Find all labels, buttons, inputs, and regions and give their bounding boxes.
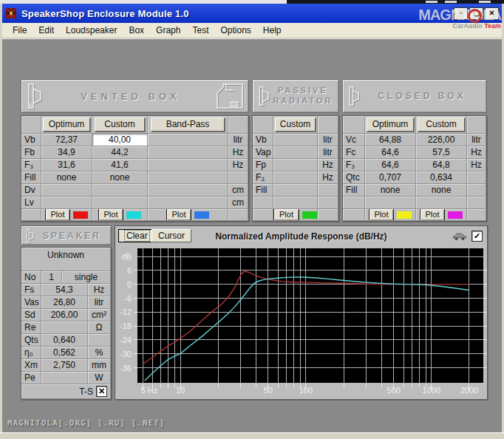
close-button[interactable]: ✕ xyxy=(485,7,499,20)
row-label: F₃ xyxy=(21,159,41,171)
speaker-no-mode[interactable]: single xyxy=(62,271,110,283)
vented-custom-button[interactable]: Custom xyxy=(95,118,146,132)
menu-item-file[interactable]: File xyxy=(7,24,33,37)
minimize-button[interactable]: – xyxy=(454,7,468,20)
menu-item-help[interactable]: Help xyxy=(257,24,287,37)
row-unit: litr xyxy=(318,134,338,146)
vented-custom-vb-input[interactable]: 40,00 xyxy=(92,134,148,146)
status-bar-text: MAGNITOLA[.ORG] [.RU] [.NET] xyxy=(7,418,165,428)
svg-text:-36: -36 xyxy=(120,364,132,372)
closed-custom-fill[interactable]: none xyxy=(416,184,467,197)
passive-custom-fp[interactable] xyxy=(273,159,318,171)
speaker-qts-value: 0,640 xyxy=(41,334,88,347)
vented-bandpass-lv xyxy=(148,197,228,209)
row-unit: cm xyxy=(228,184,248,197)
closed-custom-vc[interactable]: 226,00 xyxy=(416,134,467,146)
closed-custom-fc[interactable]: 57,5 xyxy=(416,146,467,159)
window-title: SpeakerShop Enclosure Module 1.0 xyxy=(21,8,189,19)
vented-optimum-fb: 34,9 xyxy=(41,146,92,159)
closed-custom-qtc[interactable]: 0,634 xyxy=(416,171,467,184)
menu-item-graph[interactable]: Graph xyxy=(150,24,186,37)
passive-plot-button[interactable]: Plot xyxy=(273,209,299,221)
graph-overlay-checkbox[interactable]: ✓ xyxy=(471,231,483,242)
row-unit: litr xyxy=(88,296,111,309)
response-chart: 5 Hz10501005001000200060-6-12-18-24-30-3… xyxy=(115,247,487,398)
menu-item-box[interactable]: Box xyxy=(123,24,150,37)
passive-custom-vap[interactable] xyxy=(273,146,318,159)
ts-checkbox[interactable]: ✕ xyxy=(96,386,107,397)
svg-text:2000: 2000 xyxy=(460,386,478,395)
closed-optimum-vc: 64,88 xyxy=(365,134,416,146)
vented-bandpass-button[interactable]: Band-Pass xyxy=(151,118,224,132)
vented-custom-lv[interactable] xyxy=(92,197,148,209)
row-label: Fill xyxy=(343,184,365,197)
speaker-sd-value: 206,00 xyxy=(41,309,88,321)
menu-item-options[interactable]: Options xyxy=(214,24,256,37)
vented-box-icon xyxy=(216,83,244,109)
closed-custom-button[interactable]: Custom xyxy=(418,118,464,132)
menu-item-edit[interactable]: Edit xyxy=(33,24,60,37)
car-icon[interactable] xyxy=(452,232,468,241)
vented-optimum-plot-button[interactable]: Plot xyxy=(45,209,71,221)
closed-optimum-button[interactable]: Optimum xyxy=(367,118,413,132)
row-label: No xyxy=(21,271,41,284)
speaker-re-value xyxy=(41,321,88,334)
svg-text:1000: 1000 xyxy=(423,386,440,395)
maximize-button[interactable]: ▢ xyxy=(469,7,483,20)
closed-optimum-plot-button[interactable]: Plot xyxy=(369,209,395,221)
closed-custom-plot-button[interactable]: Plot xyxy=(420,209,446,221)
speaker-pe-value xyxy=(41,372,88,384)
row-label: Fill xyxy=(21,171,41,184)
svg-text:-6: -6 xyxy=(124,294,132,303)
menu-item-loudspeaker[interactable]: Loudspeaker xyxy=(60,24,123,37)
passive-custom-f3[interactable] xyxy=(273,171,318,184)
row-unit: Hz xyxy=(467,146,486,159)
closed-custom-f3[interactable]: 64,8 xyxy=(416,159,467,171)
plot-color-swatch-blue xyxy=(194,211,209,219)
passive-custom-vb[interactable] xyxy=(273,134,318,146)
vented-custom-f3[interactable]: 41,6 xyxy=(92,159,148,171)
vented-optimum-button[interactable]: Optimum xyxy=(43,118,89,132)
svg-text:-30: -30 xyxy=(120,350,132,358)
row-label: Vb xyxy=(253,134,273,146)
passive-custom-button[interactable]: Custom xyxy=(275,118,316,132)
background-window-fragment xyxy=(445,1,457,3)
vented-bandpass-vb xyxy=(148,134,228,146)
speaker-eta0-value: 0,562 xyxy=(41,347,88,359)
row-label: Qts xyxy=(21,334,41,347)
passive-radiator-banner: PASSIVE RADIATOR xyxy=(252,79,339,113)
row-unit: Hz xyxy=(467,159,486,171)
menu-item-test[interactable]: Test xyxy=(186,24,214,37)
svg-text:-18: -18 xyxy=(120,321,132,330)
vented-custom-fill[interactable]: none xyxy=(92,171,148,184)
vented-custom-dv[interactable] xyxy=(92,184,148,197)
vented-optimum-dv xyxy=(41,184,92,197)
vented-bandpass-dv xyxy=(148,184,228,197)
vented-custom-fb[interactable]: 44,2 xyxy=(92,146,148,159)
graph-panel: Clear Cursor Normalized Amplitude Respon… xyxy=(115,225,488,400)
app-icon xyxy=(5,7,17,19)
speaker-no-value[interactable]: 1 xyxy=(41,271,62,283)
row-unit: mm xyxy=(88,359,111,372)
row-unit: Hz xyxy=(318,159,338,171)
clear-button[interactable]: Clear xyxy=(118,229,156,242)
row-unit xyxy=(318,184,338,197)
vented-bandpass-plot-button[interactable]: Plot xyxy=(166,209,192,221)
vented-custom-plot-button[interactable]: Plot xyxy=(98,209,124,221)
row-unit: W xyxy=(88,372,111,384)
background-window-fragment xyxy=(426,1,437,3)
row-unit: Hz xyxy=(228,159,248,171)
row-label: Fs xyxy=(21,284,41,296)
vented-bandpass-fb xyxy=(148,146,228,159)
vented-bandpass-fill xyxy=(148,171,228,184)
passive-custom-fill[interactable] xyxy=(273,184,318,197)
svg-text:5 Hz: 5 Hz xyxy=(141,386,158,395)
closed-box-banner: CLOSED BOX xyxy=(342,79,487,113)
row-unit: % xyxy=(88,347,111,359)
cursor-button[interactable]: Cursor xyxy=(151,229,191,242)
speaker-name[interactable]: Unknown xyxy=(21,248,111,271)
row-label: Fc xyxy=(343,146,365,159)
svg-text:0: 0 xyxy=(127,280,132,289)
closed-optimum-f3: 64,6 xyxy=(365,159,416,171)
svg-text:500: 500 xyxy=(387,386,401,395)
